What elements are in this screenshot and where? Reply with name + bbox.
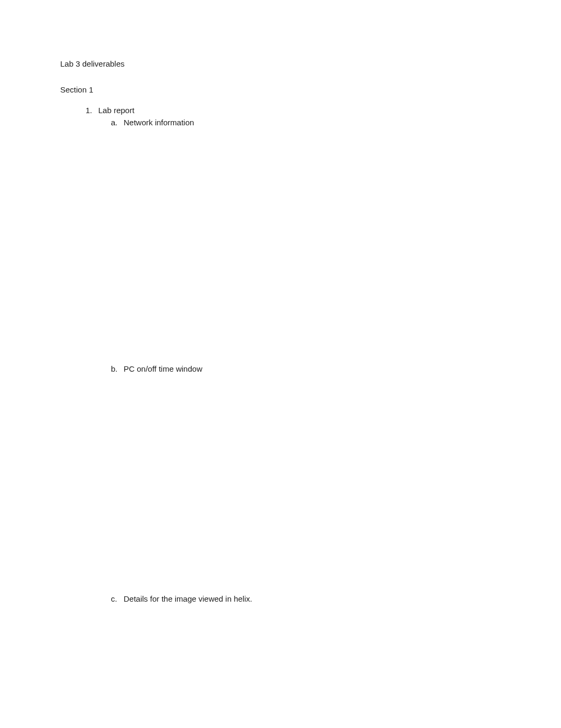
document-title: Lab 3 deliverables <box>60 59 501 68</box>
list-marker: a. <box>111 118 124 127</box>
list-item-label: Lab report <box>98 106 134 115</box>
list-marker: b. <box>111 364 124 373</box>
list-item-label: Details for the image viewed in helix. <box>124 594 252 603</box>
list-item-label: Network information <box>124 118 194 127</box>
list-item: c. Details for the image viewed in helix… <box>111 594 501 603</box>
document-page: Lab 3 deliverables Section 1 1. Lab repo… <box>0 0 561 603</box>
list-item: a. Network information <box>111 118 501 127</box>
ordered-list-level-2: a. Network information b. PC on/off time… <box>86 118 501 603</box>
list-item: 1. Lab report <box>86 106 501 115</box>
content-gap <box>111 376 501 594</box>
ordered-list-level-1: 1. Lab report a. Network information b. … <box>60 106 501 603</box>
list-marker: c. <box>111 594 124 603</box>
list-marker: 1. <box>86 106 98 115</box>
content-gap <box>111 130 501 364</box>
list-item: b. PC on/off time window <box>111 364 501 373</box>
list-item-label: PC on/off time window <box>124 364 202 373</box>
section-heading: Section 1 <box>60 85 501 94</box>
